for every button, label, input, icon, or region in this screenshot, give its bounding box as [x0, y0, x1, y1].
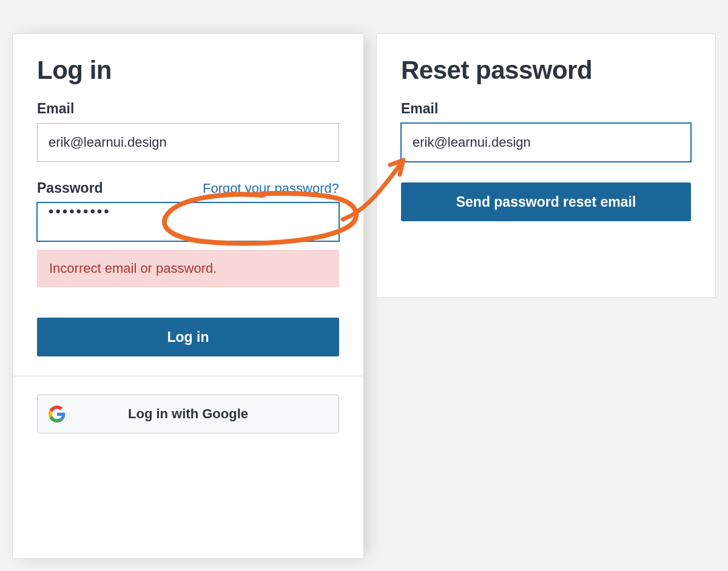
password-field[interactable]: ••••••••• — [37, 202, 339, 241]
google-section: Log in with Google — [13, 376, 363, 455]
reset-email-label: Email — [401, 101, 691, 117]
forgot-password-link[interactable]: Forgot your password? — [203, 181, 339, 196]
login-button-label: Log in — [167, 329, 209, 346]
error-message: Incorrect email or password. — [37, 250, 339, 287]
reset-card-body: Reset password Email Send password reset… — [377, 34, 715, 241]
google-login-button[interactable]: Log in with Google — [37, 395, 339, 433]
send-reset-button[interactable]: Send password reset email — [401, 182, 691, 221]
login-card: Log in Email Password Forgot your passwo… — [12, 33, 364, 559]
google-button-label: Log in with Google — [128, 406, 248, 422]
login-button[interactable]: Log in — [37, 318, 339, 356]
password-label: Password — [37, 180, 103, 196]
login-card-body: Log in Email Password Forgot your passwo… — [13, 34, 363, 376]
login-title: Log in — [37, 56, 339, 85]
email-field[interactable] — [37, 123, 339, 162]
send-reset-button-label: Send password reset email — [456, 194, 636, 210]
password-label-row: Password Forgot your password? — [37, 180, 339, 196]
reset-card: Reset password Email Send password reset… — [376, 33, 716, 298]
reset-email-field[interactable] — [401, 123, 691, 162]
email-label: Email — [37, 101, 339, 117]
reset-title: Reset password — [401, 56, 691, 85]
google-icon — [49, 406, 66, 422]
